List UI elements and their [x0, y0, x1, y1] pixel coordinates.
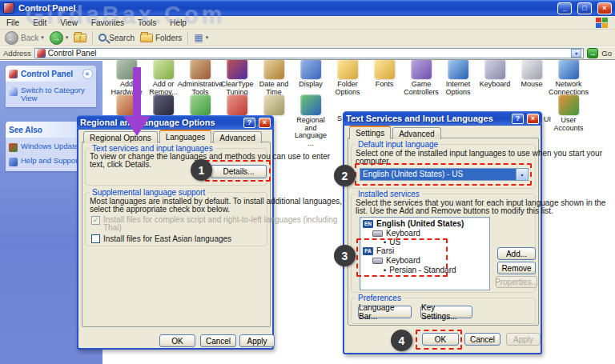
- views-button[interactable]: ▦ ▾: [194, 33, 208, 42]
- maximize-button[interactable]: □: [577, 2, 592, 14]
- app-icon: [448, 58, 468, 79]
- control-panel-item[interactable]: Date and Time: [255, 58, 292, 96]
- app-icon: [521, 58, 542, 79]
- control-panel-item[interactable]: Add or Remov...: [145, 58, 182, 96]
- back-dropdown-icon[interactable]: ▾: [41, 34, 44, 41]
- regional-language-options-dialog: Regional and Language Options ? × Region…: [77, 115, 274, 350]
- control-panel-item[interactable]: Administrative Tools: [182, 58, 219, 96]
- ok-button[interactable]: OK: [159, 334, 195, 347]
- app-icon: [153, 94, 174, 115]
- keyboard-icon: [372, 230, 383, 237]
- help-button[interactable]: ?: [243, 118, 255, 128]
- menu-item[interactable]: File: [6, 18, 19, 27]
- control-panel-item[interactable]: [255, 94, 292, 117]
- icon-label: User Accounts: [550, 117, 587, 132]
- icon-label: Keyboard: [480, 81, 511, 89]
- menu-item[interactable]: Edit: [33, 18, 46, 27]
- key-settings-button[interactable]: Key Settings...: [420, 306, 472, 318]
- cancel-button[interactable]: Cancel: [200, 334, 236, 347]
- tab-languages[interactable]: Languages: [159, 130, 212, 143]
- control-panel-item[interactable]: Game Controllers: [403, 58, 440, 96]
- group-label: Default input language: [356, 140, 440, 149]
- address-bar: Address Control Panel ▾ → Go: [0, 47, 615, 60]
- language-bar-button[interactable]: Language Bar...: [358, 306, 412, 318]
- menu-item[interactable]: View: [60, 18, 78, 27]
- control-panel-item[interactable]: [182, 94, 219, 117]
- folders-button[interactable]: Folders: [140, 34, 182, 42]
- control-panel-item[interactable]: Display: [292, 58, 329, 89]
- control-panel-item[interactable]: Regional and Language ...: [292, 94, 329, 147]
- dialog-title: Regional and Language Options: [80, 118, 240, 127]
- close-button[interactable]: ×: [259, 118, 271, 128]
- text-services-dialog: Text Services and Input Languages ? × Se…: [343, 111, 542, 354]
- control-panel-item[interactable]: ClearType Tuning: [219, 58, 255, 96]
- help-button[interactable]: ?: [512, 114, 524, 124]
- tab-advanced[interactable]: Advanced: [213, 131, 261, 143]
- go-icon[interactable]: →: [587, 48, 598, 58]
- icon-label: Regional and Language ...: [292, 117, 329, 147]
- address-input[interactable]: Control Panel ▾: [34, 48, 584, 58]
- group-label: Preferences: [356, 294, 404, 302]
- control-panel-item[interactable]: [145, 94, 182, 117]
- address-dropdown-icon[interactable]: ▾: [571, 49, 581, 58]
- up-button[interactable]: ↑: [74, 34, 86, 42]
- icon-label: Mouse: [521, 81, 542, 89]
- app-icon: [190, 58, 211, 79]
- forward-dropdown-icon[interactable]: ▾: [66, 34, 69, 41]
- add-button[interactable]: Add...: [497, 247, 536, 260]
- remove-button[interactable]: Remove: [497, 262, 536, 274]
- control-panel-window: Control Panel _ □ × GirdaBax.Com FileEdi…: [0, 0, 615, 364]
- app-icon: [337, 58, 358, 79]
- menu-item[interactable]: Tools: [138, 18, 156, 27]
- control-panel-item[interactable]: Keyboard: [476, 58, 513, 89]
- tab-advanced[interactable]: Advanced: [392, 127, 440, 139]
- views-icon: ▦: [194, 33, 203, 42]
- cancel-button[interactable]: Cancel: [464, 333, 500, 346]
- sidebar-item-icon: [9, 143, 18, 152]
- checkbox-label: Install files for East Asian languages: [103, 234, 231, 243]
- folders-icon: [140, 34, 153, 42]
- toolbar-separator: [187, 31, 188, 44]
- keyboard-item[interactable]: Keyboard: [372, 229, 420, 238]
- apply-button[interactable]: Apply: [239, 334, 275, 347]
- sidebar-item-label: Windows Update: [21, 142, 78, 150]
- close-button[interactable]: ×: [527, 114, 539, 124]
- sidebar-item-label: Help and Support: [21, 157, 80, 165]
- app-icon: [263, 58, 284, 79]
- sidebar-item-icon: [9, 158, 18, 166]
- checkbox-label: Install files for complex script and rig…: [103, 215, 337, 224]
- control-panel-app-icon: [3, 2, 14, 14]
- close-button[interactable]: ×: [597, 2, 612, 14]
- group-label: Supplemental language support: [90, 188, 207, 197]
- back-button[interactable]: ← Back ▾: [5, 31, 44, 45]
- icon-label: Fonts: [376, 81, 394, 89]
- folders-label: Folders: [155, 34, 182, 42]
- control-panel-item[interactable]: Mouse: [513, 58, 550, 89]
- search-button[interactable]: Search: [98, 34, 135, 42]
- language-item-english[interactable]: EN English (United States): [363, 219, 464, 228]
- app-icon: [263, 94, 284, 115]
- menu-item[interactable]: Help: [170, 18, 187, 27]
- app-icon: [558, 58, 579, 79]
- properties-button[interactable]: Properties...: [496, 276, 537, 288]
- window-titlebar: Control Panel _ □ ×: [0, 0, 615, 16]
- apply-button[interactable]: Apply: [506, 333, 541, 346]
- control-panel-item[interactable]: [219, 94, 255, 117]
- control-panel-item[interactable]: Internet Options: [440, 58, 476, 96]
- highlight-language-combo: [355, 163, 532, 186]
- tab-settings[interactable]: Settings: [349, 126, 391, 139]
- east-asian-checkbox[interactable]: [91, 234, 100, 243]
- menu-item[interactable]: Favorites: [91, 18, 124, 27]
- control-panel-item[interactable]: Network Connections: [550, 58, 587, 96]
- en-language-icon: EN: [363, 220, 373, 228]
- forward-button[interactable]: → ▾: [50, 31, 69, 45]
- minimize-button[interactable]: _: [557, 2, 572, 14]
- control-panel-item[interactable]: Folder Options: [329, 58, 366, 96]
- forward-icon: →: [50, 31, 63, 45]
- complex-script-checkbox[interactable]: ✓: [91, 216, 100, 225]
- search-icon: [98, 34, 107, 42]
- step-badge-4: 4: [391, 330, 412, 351]
- control-panel-item[interactable]: User Accounts: [550, 94, 587, 132]
- group-label: Installed services: [356, 190, 422, 198]
- control-panel-item[interactable]: Fonts: [366, 58, 403, 89]
